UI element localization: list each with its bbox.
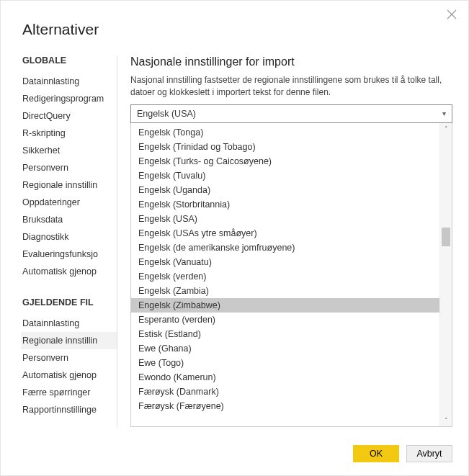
cancel-button[interactable]: Avbryt xyxy=(406,445,452,462)
locale-combobox[interactable]: Engelsk (USA) ▾ xyxy=(130,104,452,123)
locale-option[interactable]: Engelsk (Zimbabwe) xyxy=(131,298,439,313)
sidebar-item[interactable]: Automatisk gjenop xyxy=(21,263,117,280)
locale-option[interactable]: Engelsk (Trinidad og Tobago) xyxy=(131,140,439,154)
sidebar-item[interactable]: Bruksdata xyxy=(21,211,117,228)
locale-option[interactable]: Engelsk (Tonga) xyxy=(131,125,439,140)
locale-option[interactable]: Ewondo (Kamerun) xyxy=(131,370,439,385)
sidebar-item[interactable]: Oppdateringer xyxy=(21,194,117,211)
locale-option[interactable]: Engelsk (USAs ytre småøyer) xyxy=(131,226,439,241)
locale-option[interactable]: Engelsk (de amerikanske jomfruøyene) xyxy=(131,241,439,255)
sidebar-section-global: GLOBALE xyxy=(22,55,117,66)
main-panel: Nasjonale innstillinger for import Nasjo… xyxy=(117,55,452,427)
locale-option[interactable]: Ewe (Ghana) xyxy=(131,341,439,356)
sidebar-item[interactable]: Personvern xyxy=(21,159,117,176)
locale-option[interactable]: Engelsk (Tuvalu) xyxy=(131,169,439,183)
sidebar-item[interactable]: Redigeringsprogram xyxy=(21,90,117,107)
sidebar-item[interactable]: Rapportinnstillinge xyxy=(21,401,117,418)
locale-option[interactable]: Engelsk (Uganda) xyxy=(131,183,439,197)
chevron-down-icon: ▾ xyxy=(442,109,446,117)
locale-option[interactable]: Esperanto (verden) xyxy=(131,313,439,327)
sidebar-item[interactable]: Sikkerhet xyxy=(21,142,117,159)
locale-option[interactable]: Færøysk (Færøyene) xyxy=(131,399,439,413)
locale-option[interactable]: Engelsk (Zambia) xyxy=(131,284,439,298)
section-description: Nasjonal innstilling fastsetter de regio… xyxy=(130,74,452,99)
close-icon[interactable] xyxy=(447,9,458,21)
sidebar-item[interactable]: Personvern xyxy=(21,349,117,367)
locale-combobox-value: Engelsk (USA) xyxy=(137,109,196,119)
sidebar-item[interactable]: Diagnostikk xyxy=(21,228,117,246)
sidebar: GLOBALE DatainnlastingRedigeringsprogram… xyxy=(21,55,117,427)
sidebar-item[interactable]: DirectQuery xyxy=(21,107,117,125)
sidebar-item[interactable]: R-skripting xyxy=(21,125,117,142)
section-heading: Nasjonale innstillinger for import xyxy=(130,55,452,68)
locale-option[interactable]: Færøysk (Danmark) xyxy=(131,385,439,399)
ok-button[interactable]: OK xyxy=(353,445,399,462)
scroll-thumb[interactable] xyxy=(442,228,450,246)
locale-dropdown: Engelsk (Tonga)Engelsk (Trinidad og Toba… xyxy=(130,123,452,427)
sidebar-item[interactable]: Datainnlasting xyxy=(21,315,117,332)
sidebar-item[interactable]: Færre spørringer xyxy=(21,384,117,401)
locale-option[interactable]: Engelsk (Turks- og Caicosøyene) xyxy=(131,154,439,169)
sidebar-section-current-file: GJELDENDE FIL xyxy=(22,297,117,307)
scroll-down-icon[interactable]: ˅ xyxy=(440,414,452,426)
locale-option[interactable]: Engelsk (verden) xyxy=(131,269,439,284)
locale-option[interactable]: Engelsk (Vanuatu) xyxy=(131,255,439,269)
sidebar-item[interactable]: Datainnlasting xyxy=(21,73,117,90)
scroll-up-icon[interactable]: ˄ xyxy=(440,123,452,135)
locale-option[interactable]: Engelsk (USA) xyxy=(131,212,439,226)
locale-option[interactable]: Estisk (Estland) xyxy=(131,327,439,341)
locale-option[interactable]: Engelsk (Storbritannia) xyxy=(131,197,439,212)
sidebar-item[interactable]: Automatisk gjenop xyxy=(21,367,117,384)
dialog-footer: OK Avbryt xyxy=(353,445,452,462)
sidebar-item[interactable]: Evalueringsfunksjo xyxy=(21,246,117,263)
dialog-title: Alternativer xyxy=(1,1,468,38)
locale-option[interactable]: Ewe (Togo) xyxy=(131,356,439,370)
sidebar-item[interactable]: Regionale innstillin xyxy=(21,332,117,349)
scrollbar[interactable]: ˄ ˅ xyxy=(439,123,452,426)
sidebar-item[interactable]: Regionale innstillin xyxy=(21,176,117,194)
